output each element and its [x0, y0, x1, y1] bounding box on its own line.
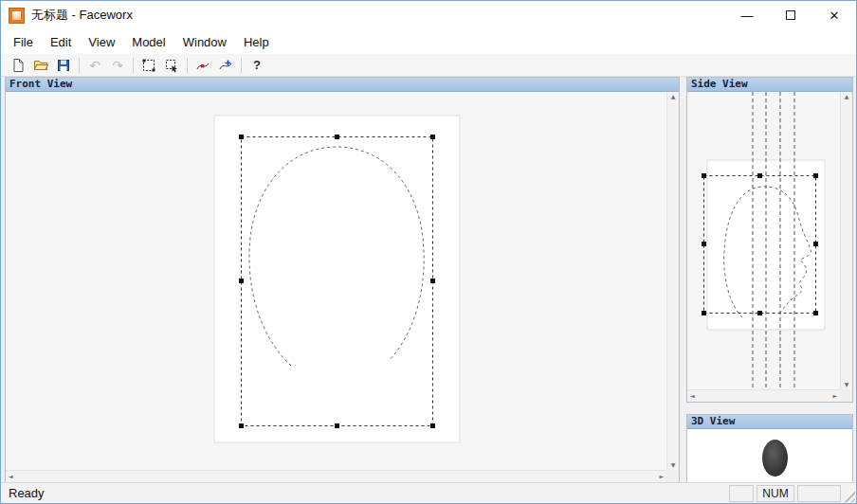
selection-handle[interactable]	[757, 311, 762, 315]
side-view-vertical-scrollbar[interactable]: ▲ ▼	[840, 92, 852, 389]
side-view-horizontal-scrollbar[interactable]: ◄ ►	[687, 389, 840, 402]
toolbar-separator	[187, 58, 188, 73]
window-controls: — ✕	[725, 1, 856, 29]
resize-grip[interactable]	[842, 489, 855, 502]
selection-handle[interactable]	[813, 311, 818, 315]
menu-model[interactable]: Model	[123, 31, 173, 53]
status-message: Ready	[1, 486, 45, 500]
front-view-horizontal-scrollbar[interactable]: ◄ ►	[6, 470, 666, 482]
front-view-drawing	[6, 92, 666, 472]
scroll-right-icon[interactable]: ►	[656, 472, 666, 481]
menu-window[interactable]: Window	[174, 31, 235, 53]
scroll-up-icon[interactable]: ▲	[842, 92, 852, 101]
new-document-icon	[10, 58, 26, 73]
redo-button[interactable]: ↷	[106, 55, 129, 75]
toolbar-separator	[241, 58, 242, 73]
statusbar: Ready NUM	[1, 482, 856, 503]
side-view-canvas[interactable]: ▲ ▼ ◄ ►	[687, 92, 852, 402]
selection-handle[interactable]	[430, 423, 435, 428]
open-folder-icon	[33, 58, 48, 73]
new-document-button[interactable]	[7, 55, 29, 75]
side-view-drawing	[687, 92, 840, 389]
window-title: 无标题 - Faceworx	[31, 7, 133, 24]
selection-handle[interactable]	[239, 423, 244, 428]
menubar: File Edit View Model Window Help	[1, 29, 856, 54]
save-floppy-icon	[56, 58, 71, 73]
toolbar-separator	[79, 58, 80, 73]
transform-select-button[interactable]	[160, 55, 183, 75]
curve-add-icon	[218, 58, 233, 73]
undo-button[interactable]: ↶	[83, 55, 106, 75]
curve-remove-icon	[195, 58, 210, 73]
curve-remove-point-button[interactable]	[191, 55, 214, 75]
scrollbar-corner	[666, 470, 679, 482]
open-file-button[interactable]	[29, 55, 52, 75]
selection-handle[interactable]	[702, 311, 706, 315]
status-indicator-cells: NUM	[729, 485, 841, 502]
status-cell-empty	[797, 485, 841, 502]
front-view-header: Front View	[6, 78, 679, 92]
toolbar-separator	[133, 58, 134, 73]
menu-edit[interactable]: Edit	[42, 31, 80, 53]
app-window: 无标题 - Faceworx — ✕ File Edit View Model …	[0, 0, 857, 504]
selection-handle[interactable]	[757, 173, 762, 178]
selection-handle[interactable]	[239, 135, 244, 139]
status-cell-empty	[729, 485, 754, 502]
scroll-left-icon[interactable]: ◄	[687, 391, 698, 401]
selection-handle[interactable]	[239, 279, 244, 283]
menu-file[interactable]: File	[5, 31, 42, 53]
selection-handle[interactable]	[335, 423, 339, 428]
maximize-icon	[786, 10, 795, 20]
redo-icon: ↷	[112, 59, 123, 72]
minimize-button[interactable]: —	[725, 1, 769, 29]
front-view-vertical-scrollbar[interactable]: ▲ ▼	[666, 92, 679, 470]
maximize-button[interactable]	[769, 1, 812, 29]
help-button[interactable]: ?	[246, 55, 268, 75]
selection-handle[interactable]	[813, 242, 818, 246]
marquee-arrow-icon	[164, 58, 179, 73]
three-d-head-render[interactable]	[762, 440, 788, 477]
selection-handle[interactable]	[335, 135, 339, 139]
menu-help[interactable]: Help	[235, 31, 278, 53]
scroll-up-icon[interactable]: ▲	[668, 92, 679, 101]
marquee-icon	[141, 58, 156, 73]
scrollbar-corner	[840, 389, 852, 402]
selection-handle[interactable]	[813, 173, 818, 178]
num-lock-indicator: NUM	[757, 485, 794, 502]
scroll-right-icon[interactable]: ►	[830, 391, 840, 401]
front-view-canvas[interactable]: ▲ ▼ ◄ ►	[6, 92, 679, 482]
toolbar: ↶ ↷ ?	[1, 54, 856, 77]
side-view-panel: Side View	[686, 77, 853, 403]
three-d-view-panel: 3D View	[686, 414, 853, 483]
scroll-left-icon[interactable]: ◄	[6, 472, 16, 481]
scroll-down-icon[interactable]: ▼	[842, 380, 852, 389]
selection-handle[interactable]	[430, 279, 435, 283]
curve-add-point-button[interactable]	[214, 55, 237, 75]
three-d-view-canvas[interactable]	[687, 429, 852, 482]
menu-view[interactable]: View	[80, 31, 123, 53]
side-view-header: Side View	[687, 78, 852, 92]
three-d-view-header: 3D View	[687, 415, 852, 429]
help-icon: ?	[253, 58, 261, 72]
front-view-panel: Front View	[5, 77, 680, 483]
selection-handle[interactable]	[702, 173, 706, 178]
selection-handle[interactable]	[430, 135, 435, 139]
titlebar[interactable]: 无标题 - Faceworx — ✕	[1, 1, 856, 29]
select-marquee-button[interactable]	[137, 55, 160, 75]
save-file-button[interactable]	[52, 55, 75, 75]
scroll-down-icon[interactable]: ▼	[668, 460, 679, 470]
app-logo-icon	[9, 8, 25, 24]
undo-icon: ↶	[89, 59, 100, 72]
close-button[interactable]: ✕	[812, 1, 856, 29]
selection-handle[interactable]	[702, 242, 706, 246]
workspace: Front View	[1, 77, 856, 482]
